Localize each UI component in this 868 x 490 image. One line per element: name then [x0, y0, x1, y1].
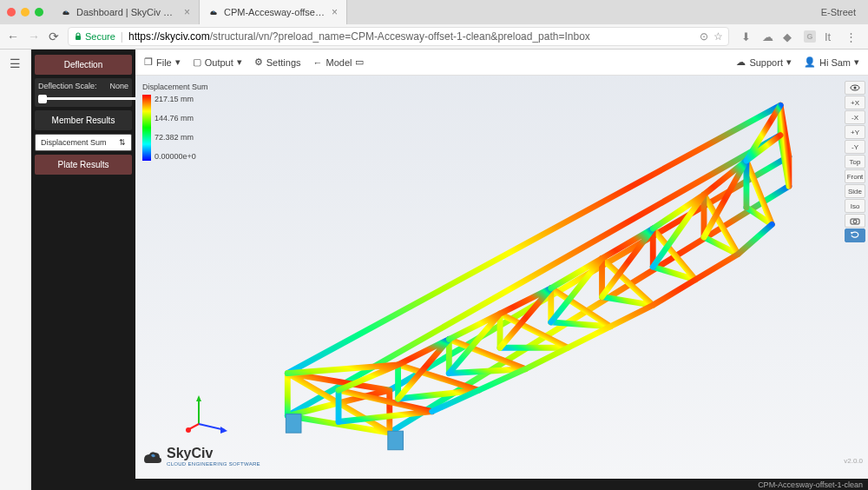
- plate-results-button[interactable]: Plate Results: [35, 155, 132, 175]
- hamburger-col: ☰: [0, 50, 31, 490]
- vc-px[interactable]: +X: [845, 96, 865, 109]
- arrow-left-icon: ←: [313, 57, 323, 68]
- ext-it-label[interactable]: It: [825, 30, 837, 43]
- back-icon[interactable]: ←: [7, 30, 19, 43]
- close-dot[interactable]: [7, 8, 16, 17]
- svg-marker-6: [220, 427, 227, 434]
- vc-top[interactable]: Top: [845, 155, 865, 169]
- user-icon: 👤: [804, 56, 816, 68]
- svg-point-10: [854, 87, 857, 89]
- model-menu[interactable]: ←Model▭: [313, 56, 365, 68]
- tab-dashboard[interactable]: Dashboard | SkyCiv Cloud Eng ×: [52, 0, 200, 24]
- browser-chrome: Dashboard | SkyCiv Cloud Eng × CPM-Acces…: [0, 0, 868, 50]
- version-label: v2.0.0: [844, 457, 863, 465]
- svg-point-12: [853, 220, 857, 223]
- tab-label: Dashboard | SkyCiv Cloud Eng: [76, 7, 179, 17]
- svg-rect-2: [388, 431, 404, 450]
- svg-point-8: [186, 427, 191, 433]
- output-menu[interactable]: ▢Output▾: [193, 56, 242, 68]
- tab-label: CPM-Accesway-offset-1-clean: [224, 7, 326, 17]
- search-icon[interactable]: ⊙: [700, 30, 708, 43]
- ext-cloud-icon[interactable]: ☁: [762, 30, 774, 43]
- close-icon[interactable]: ×: [184, 6, 190, 18]
- deflection-scale-box: Deflection Scale: None ▶: [35, 78, 132, 107]
- main-area: ❐File▾ ▢Output▾ ⚙Settings ←Model▭ ☁Suppo…: [135, 50, 868, 490]
- support-menu[interactable]: ☁Support▾: [736, 56, 792, 68]
- secure-label: Secure: [85, 31, 115, 42]
- logo-tag: CLOUD ENGINEERING SOFTWARE: [167, 461, 260, 467]
- reload-icon[interactable]: ⟳: [49, 30, 59, 43]
- close-icon[interactable]: ×: [332, 6, 338, 18]
- chevron-down-icon: ▾: [854, 56, 859, 68]
- left-panel: Deflection Deflection Scale: None ▶ Memb…: [31, 50, 135, 490]
- tab-cpm[interactable]: CPM-Accesway-offset-1-clean ×: [200, 0, 347, 24]
- vc-mx[interactable]: -X: [845, 110, 865, 124]
- window-dots: [7, 8, 43, 17]
- skyciv-favicon: [61, 7, 71, 17]
- ext-fire-icon[interactable]: ◆: [783, 30, 795, 43]
- view-controls: +X -X +Y -Y Top Front Side Iso: [845, 81, 865, 242]
- vc-my[interactable]: -Y: [845, 140, 865, 154]
- star-icon[interactable]: ☆: [713, 30, 723, 43]
- vc-camera[interactable]: [845, 214, 865, 228]
- cloud-icon: [141, 447, 163, 465]
- menu-icon[interactable]: ⋮: [845, 30, 858, 43]
- file-icon: ❐: [144, 56, 153, 68]
- logo-text: SkyCiv: [167, 446, 260, 461]
- camera-icon: [850, 217, 860, 225]
- chat-icon: ☁: [736, 56, 746, 68]
- hamburger-icon[interactable]: ☰: [10, 56, 21, 70]
- viewport[interactable]: FPS Displacement Sum 217.15 mm 144.76 mm…: [135, 76, 868, 479]
- ext-download-icon[interactable]: ⬇: [741, 30, 753, 43]
- scale-value: None: [109, 82, 128, 90]
- status-bar: CPM-Accesway-offset-1-clean: [135, 479, 868, 490]
- svg-rect-0: [76, 36, 81, 40]
- result-type-select[interactable]: Displacement Sum ⇅: [35, 134, 132, 151]
- rotate-icon: [850, 231, 860, 240]
- select-arrows-icon: ⇅: [119, 138, 126, 147]
- scale-slider[interactable]: [38, 97, 150, 100]
- url-text: https://skyciv.com/structural/vn/?preloa…: [128, 30, 694, 43]
- scale-label: Deflection Scale:: [38, 82, 97, 90]
- maximize-dot[interactable]: [35, 8, 43, 17]
- chevron-down-icon: ▾: [237, 56, 242, 68]
- tab-row: Dashboard | SkyCiv Cloud Eng × CPM-Acces…: [0, 0, 868, 24]
- topbar: ❐File▾ ▢Output▾ ⚙Settings ←Model▭ ☁Suppo…: [135, 50, 868, 76]
- eye-icon: [850, 84, 860, 91]
- status-file: CPM-Accesway-offset-1-clean: [758, 480, 863, 489]
- file-menu[interactable]: ❐File▾: [144, 56, 181, 68]
- select-value: Displacement Sum: [41, 138, 107, 147]
- vc-side[interactable]: Side: [845, 184, 865, 198]
- svg-marker-13: [851, 232, 853, 235]
- model-icon: ▭: [355, 56, 364, 68]
- extensions: ⬇ ☁ ◆ G It ⋮: [738, 30, 861, 43]
- gear-icon: ⚙: [254, 56, 263, 68]
- address-bar[interactable]: Secure | https://skyciv.com/structural/v…: [68, 27, 729, 46]
- ext-g-icon[interactable]: G: [804, 30, 816, 43]
- svg-marker-4: [196, 395, 201, 401]
- truss-model: [135, 76, 868, 479]
- address-row: ← → ⟳ Secure | https://skyciv.com/struct…: [0, 24, 868, 49]
- axes-triad: [186, 394, 229, 437]
- profile-label[interactable]: E-Street: [821, 7, 861, 17]
- vc-py[interactable]: +Y: [845, 125, 865, 139]
- member-results-button[interactable]: Member Results: [35, 110, 132, 130]
- monitor-icon: ▢: [193, 56, 201, 68]
- lock-icon: [74, 32, 82, 41]
- user-menu[interactable]: 👤Hi Sam▾: [804, 56, 859, 68]
- forward-icon[interactable]: →: [28, 30, 40, 43]
- vc-iso[interactable]: Iso: [845, 199, 865, 213]
- minimize-dot[interactable]: [21, 8, 30, 17]
- vc-rotate[interactable]: [845, 228, 865, 242]
- chevron-down-icon: ▾: [786, 56, 792, 68]
- vc-eye[interactable]: [845, 81, 865, 95]
- settings-menu[interactable]: ⚙Settings: [254, 56, 301, 68]
- secure-badge: Secure: [74, 31, 115, 42]
- skyciv-favicon: [208, 7, 219, 17]
- skyciv-logo: SkyCiv CLOUD ENGINEERING SOFTWARE: [141, 446, 260, 467]
- vc-front[interactable]: Front: [845, 169, 865, 183]
- chevron-down-icon: ▾: [175, 56, 181, 68]
- svg-rect-1: [286, 414, 301, 434]
- app: ☰ Deflection Deflection Scale: None ▶ Me…: [0, 50, 868, 490]
- deflection-button[interactable]: Deflection: [35, 55, 132, 75]
